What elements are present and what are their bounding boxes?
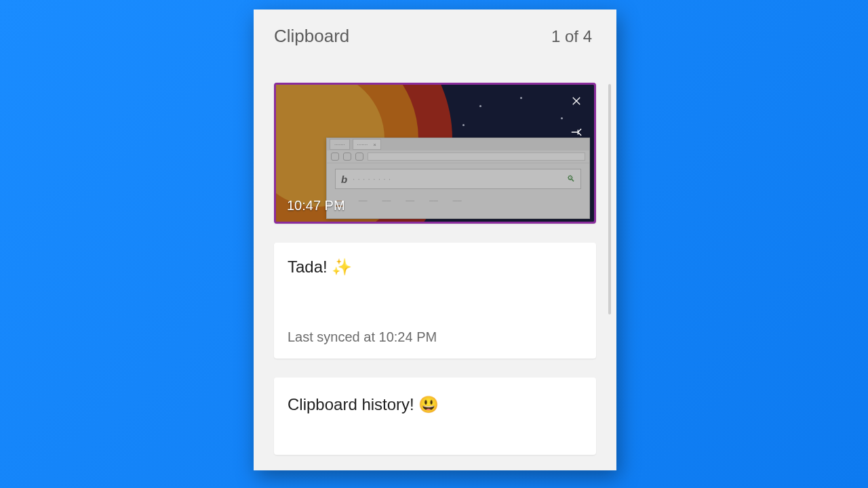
item-sync-status: Last synced at 10:24 PM (288, 329, 583, 345)
item-counter: 1 of 4 (551, 27, 592, 46)
pin-item-button[interactable] (567, 123, 586, 142)
item-text-content: Clipboard history! 😃 (288, 395, 583, 414)
items-list: ······· ·······× b · · · · · · · · 🔍︎ ──… (254, 75, 616, 470)
clipboard-item-text[interactable]: Clipboard history! 😃 (274, 378, 596, 455)
clipboard-item-text[interactable]: Tada! ✨ Last synced at 10:24 PM (274, 243, 596, 359)
close-icon (570, 95, 583, 107)
delete-item-button[interactable] (567, 92, 586, 110)
panel-header: Clipboard 1 of 4 (254, 9, 616, 58)
item-timestamp: 10:47 PM (287, 198, 345, 214)
pin-icon (570, 126, 583, 138)
clipboard-panel: Clipboard 1 of 4 ······· ·······× (254, 9, 616, 470)
clipboard-item-image[interactable]: ······· ·······× b · · · · · · · · 🔍︎ ──… (274, 83, 596, 224)
item-text-content: Tada! ✨ (288, 258, 583, 277)
panel-title: Clipboard (274, 26, 349, 47)
